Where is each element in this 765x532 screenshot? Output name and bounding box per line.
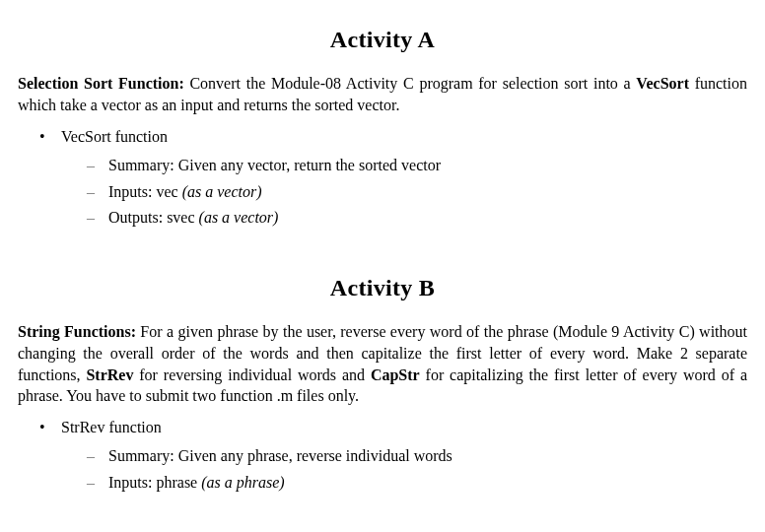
list-item: VecSort function Summary: Given any vect… <box>49 126 747 229</box>
para-text: Convert the Module-08 Activity C program… <box>184 75 637 92</box>
function-details: Summary: Given any vector, return the so… <box>61 155 747 229</box>
activity-b-heading: Activity B <box>18 272 747 303</box>
detail-label: Inputs: <box>108 183 156 200</box>
activity-b-list: StrRev function Summary: Given any phras… <box>18 417 747 494</box>
lead-label: String Functions: <box>18 323 136 340</box>
detail-label: Summary: <box>108 157 178 173</box>
strrev-name: StrRev <box>86 366 133 383</box>
list-item: Inputs: phrase (as a phrase) <box>97 472 747 494</box>
activity-a-paragraph: Selection Sort Function: Convert the Mod… <box>18 73 747 115</box>
list-item: Summary: Given any vector, return the so… <box>97 155 747 176</box>
para-text: for reversing individual words and <box>133 366 371 383</box>
function-name: VecSort function <box>61 128 168 145</box>
function-name: StrRev function <box>61 419 162 435</box>
detail-text: Given any phrase, reverse individual wor… <box>178 447 452 464</box>
list-item: StrRev function Summary: Given any phras… <box>49 417 747 494</box>
list-item: Inputs: vec (as a vector) <box>97 181 747 203</box>
detail-note: (as a vector) <box>199 209 279 226</box>
document-page: Activity A Selection Sort Function: Conv… <box>0 0 765 511</box>
detail-label: Summary: <box>108 447 178 464</box>
detail-var: vec <box>156 183 181 200</box>
activity-b-paragraph: String Functions: For a given phrase by … <box>18 321 747 406</box>
list-item: Summary: Given any phrase, reverse indiv… <box>97 445 747 467</box>
detail-note: (as a phrase) <box>201 474 284 491</box>
detail-var: svec <box>167 209 198 226</box>
detail-label: Outputs: <box>108 209 167 226</box>
activity-a-list: VecSort function Summary: Given any vect… <box>18 126 747 229</box>
activity-a-heading: Activity A <box>18 24 747 55</box>
capstr-name: CapStr <box>371 366 420 383</box>
detail-var: phrase <box>156 474 201 491</box>
detail-text: Given any vector, return the sorted vect… <box>178 157 441 173</box>
vecsort-name: VecSort <box>636 75 689 92</box>
detail-label: Inputs: <box>108 474 156 491</box>
list-item: Outputs: svec (as a vector) <box>97 207 747 229</box>
function-details: Summary: Given any phrase, reverse indiv… <box>61 445 747 493</box>
detail-note: (as a vector) <box>182 183 262 200</box>
lead-label: Selection Sort Function: <box>18 75 184 92</box>
